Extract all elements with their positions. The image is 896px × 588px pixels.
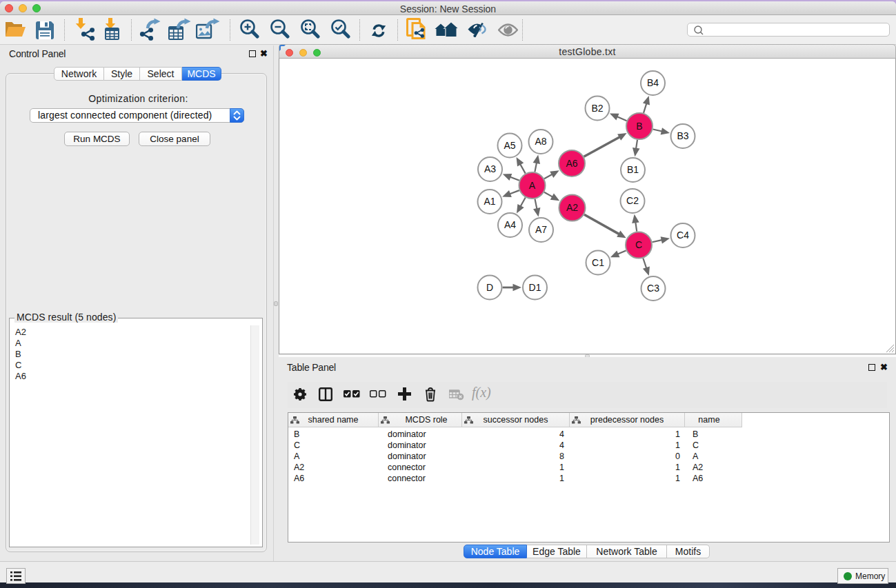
- svg-text:A4: A4: [504, 219, 516, 230]
- svg-text:A2: A2: [566, 202, 578, 213]
- svg-text:A7: A7: [535, 224, 547, 235]
- svg-text:D1: D1: [529, 282, 541, 293]
- svg-text:C2: C2: [626, 195, 639, 206]
- svg-text:B1: B1: [627, 164, 639, 175]
- svg-text:B: B: [636, 121, 642, 132]
- svg-text:C: C: [635, 239, 642, 250]
- svg-text:A3: A3: [484, 163, 496, 174]
- svg-text:C1: C1: [592, 257, 604, 268]
- svg-text:C3: C3: [647, 283, 659, 294]
- svg-text:A1: A1: [484, 196, 495, 207]
- svg-text:A8: A8: [535, 136, 546, 147]
- svg-text:A: A: [529, 180, 536, 191]
- svg-text:C4: C4: [677, 230, 689, 241]
- svg-text:B4: B4: [647, 77, 659, 88]
- svg-text:A5: A5: [504, 140, 515, 151]
- svg-text:A6: A6: [566, 158, 577, 169]
- svg-text:B2: B2: [591, 103, 603, 114]
- svg-text:B3: B3: [677, 130, 688, 141]
- svg-text:D: D: [486, 282, 493, 293]
